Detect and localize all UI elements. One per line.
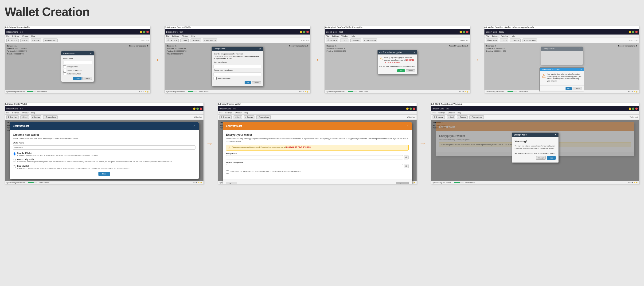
cancel-btn-2-0[interactable]: Cancel	[252, 81, 261, 84]
wcl-2-1[interactable]	[413, 108, 415, 110]
tb-tx-1-0[interactable]: ≡ Transactions	[43, 38, 58, 42]
maximize-btn-1-0[interactable]	[143, 31, 146, 33]
cancel-btn-4-0[interactable]: Cancel	[572, 87, 582, 90]
create-btn-1-0[interactable]: Create	[73, 77, 82, 80]
wallet-name-input-1-0[interactable]	[63, 61, 92, 64]
mf-1-1[interactable]: File	[6, 112, 10, 114]
repeat-pass-input-2-0[interactable]	[214, 72, 261, 76]
mw-2-2[interactable]: Window	[448, 112, 455, 114]
bgdc-4-0[interactable]: ✕	[579, 48, 581, 50]
ts-1-1[interactable]: ↑ Send	[20, 115, 29, 119]
blank-wallet-check-1-0[interactable]: Make Blank Wallet	[63, 72, 92, 75]
tb-send-1-0[interactable]: ↑ Send	[20, 38, 29, 42]
cancel-btn-3-0[interactable]: Cancel	[406, 69, 415, 72]
tr-4-0[interactable]: ↓ Receive	[510, 38, 521, 42]
tb-receive-2-0[interactable]: ↓ Receive	[190, 38, 201, 42]
ned-close[interactable]: ✕	[406, 124, 408, 127]
menu-settings-2-0[interactable]: Settings	[172, 35, 179, 37]
show-pass-check-2-0[interactable]: Show passphrase	[214, 77, 261, 80]
menu-settings-1-0[interactable]: Settings	[12, 35, 19, 37]
mh-2-2[interactable]: Help	[458, 112, 461, 114]
next-btn-1-1[interactable]: Next	[98, 172, 110, 176]
encrypt-checkbox-1-0[interactable]	[63, 65, 66, 68]
cancel-btn-1-0[interactable]: Cancel	[82, 77, 92, 80]
menu-help-2-0[interactable]: Help	[191, 35, 195, 37]
wmx-2-1[interactable]	[410, 108, 412, 110]
mf-3-0[interactable]: File	[326, 35, 329, 37]
tr-1-1[interactable]: ↓ Receive	[31, 115, 41, 119]
tov-1-1[interactable]: ⊞ Overview	[6, 115, 18, 119]
tt-2-2[interactable]: ≡ Transactions	[470, 115, 484, 119]
tb-s-3-0[interactable]: ↑ Send	[340, 38, 348, 42]
ok-btn-2-0[interactable]: OK	[244, 81, 251, 84]
bw-cancel-btn-2-2[interactable]: Cancel	[536, 156, 546, 160]
bw-close-2-2[interactable]: ✕	[555, 134, 556, 136]
mw-4-0[interactable]: Window	[502, 35, 508, 37]
menu-file-2-0[interactable]: File	[166, 35, 169, 37]
ms-4-0[interactable]: Settings	[492, 35, 498, 37]
create-btn-2-1[interactable]: Create	[396, 182, 408, 184]
tov-2-2[interactable]: ⊞ Overview	[432, 115, 445, 119]
close-2-0[interactable]	[306, 31, 309, 33]
min-3-0[interactable]	[460, 31, 462, 33]
mf-2-1[interactable]: File	[220, 112, 222, 114]
disable-priv-checkbox-1-0[interactable]	[63, 69, 66, 72]
wcl-2-2[interactable]	[635, 108, 638, 110]
mh-3-0[interactable]: Help	[351, 35, 355, 37]
back-btn-2-1[interactable]: Back	[226, 182, 237, 184]
wcl-1-1[interactable]	[200, 108, 202, 110]
disable-priv-check-1-0[interactable]: Disable Private Keys	[63, 69, 92, 72]
dialog-close-2-0[interactable]: ✕	[259, 48, 261, 50]
radio-standard-input[interactable]	[13, 152, 16, 155]
yes-btn-3-0[interactable]: Yes	[397, 69, 404, 72]
mf-2-2[interactable]: File	[432, 112, 436, 114]
mw-2-1[interactable]: Window	[235, 112, 242, 114]
ts-4-0[interactable]: ↑ Send	[500, 38, 508, 42]
minimize-btn-1-0[interactable]	[140, 31, 142, 33]
show-pass-btn-2-1[interactable]: 👁	[404, 155, 408, 159]
ncd-close[interactable]: ✕	[193, 124, 196, 127]
tr-2-2[interactable]: ↓ Receive	[457, 115, 468, 119]
radio-blank-input[interactable]	[13, 165, 16, 168]
radio-watch-input[interactable]	[13, 159, 16, 162]
tt-4-0[interactable]: ≡ Transactions	[522, 38, 537, 42]
blank-wallet-checkbox-1-0[interactable]	[63, 72, 66, 75]
ms-1-1[interactable]: Settings	[12, 112, 19, 114]
understand-checkbox-2-1[interactable]	[226, 170, 229, 174]
tb-overview-1-0[interactable]: ⊞ Overview	[6, 38, 18, 42]
wm-1-1[interactable]	[193, 108, 196, 110]
wallet-name-input-1-1[interactable]	[13, 145, 196, 150]
encrypt-check-1-0[interactable]: Encrypt Wallet	[63, 65, 92, 68]
wm-2-1[interactable]	[406, 108, 408, 110]
show-rpass-btn-2-1[interactable]: 👁	[404, 164, 408, 168]
tov-2-1[interactable]: ⊞ Overview	[220, 115, 232, 119]
close-btn-1-0[interactable]	[146, 31, 149, 33]
new-pass-input-2-0[interactable]	[214, 65, 261, 68]
tb-t-3-0[interactable]: ≡ Transactions	[363, 38, 377, 42]
wm-2-2[interactable]	[629, 108, 631, 110]
mf-4-0[interactable]: File	[486, 35, 489, 37]
tb-receive-1-0[interactable]: ↓ Receive	[31, 38, 41, 42]
tb-ov-3-0[interactable]: ⊞ Overview	[326, 38, 338, 42]
ms-2-2[interactable]: Settings	[438, 112, 445, 114]
menu-file-1-0[interactable]: File	[6, 35, 10, 37]
max-3-0[interactable]	[463, 31, 465, 33]
ms-2-1[interactable]: Settings	[225, 112, 232, 114]
show-pass-checkbox-2-0[interactable]	[214, 77, 216, 80]
ts-2-2[interactable]: ↑ Send	[447, 115, 455, 119]
rpass-input-2-1[interactable]	[226, 164, 403, 168]
info-close-4-0[interactable]: ✕	[580, 68, 582, 70]
tr-2-1[interactable]: ↓ Receive	[244, 115, 254, 119]
wmx-2-2[interactable]	[632, 108, 634, 110]
tb-overview-2-0[interactable]: ⊞ Overview	[166, 38, 178, 42]
wmx-1-1[interactable]	[196, 108, 199, 110]
menu-help-1-0[interactable]: Help	[31, 35, 35, 37]
mh-4-0[interactable]: Help	[511, 35, 514, 37]
pass-input-2-1[interactable]	[226, 155, 403, 159]
ok-btn-4-0[interactable]: OK	[566, 87, 572, 90]
menu-window-2-0[interactable]: Window	[182, 35, 188, 37]
mw-1-1[interactable]: Window	[22, 112, 28, 114]
mw-3-0[interactable]: Window	[342, 35, 348, 37]
max-2-0[interactable]	[303, 31, 306, 33]
tov-4-0[interactable]: ⊞ Overview	[486, 38, 498, 42]
